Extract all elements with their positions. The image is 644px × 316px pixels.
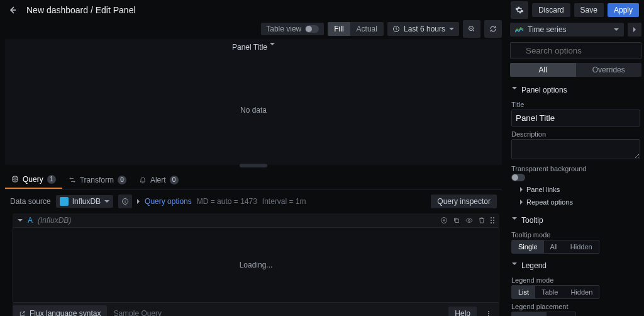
tab-transform[interactable]: Transform 0 xyxy=(62,171,133,189)
visualization-name: Time series xyxy=(528,25,567,34)
query-source: (InfluxDB) xyxy=(38,216,71,225)
back-button[interactable] xyxy=(5,3,20,18)
panel-description-input[interactable] xyxy=(511,139,640,159)
apply-button[interactable]: Apply xyxy=(608,3,639,17)
tab-query[interactable]: Query 1 xyxy=(5,171,62,189)
influxdb-logo-icon xyxy=(60,197,69,206)
time-range-picker[interactable]: Last 6 hours xyxy=(387,22,459,36)
loading-text: Loading... xyxy=(240,261,273,269)
query-delete-button[interactable] xyxy=(478,217,486,224)
legend-hidden[interactable]: Hidden xyxy=(564,286,599,298)
section-tooltip[interactable]: Tooltip xyxy=(511,213,640,227)
refresh-button[interactable] xyxy=(484,20,502,38)
svg-point-7 xyxy=(469,220,470,222)
query-menu-button[interactable] xyxy=(482,307,496,316)
tab-alert-label: Alert xyxy=(150,176,166,184)
transparent-bg-label: Transparent background xyxy=(511,165,640,172)
chevron-right-icon xyxy=(520,187,523,192)
chevron-right-icon xyxy=(137,199,140,204)
interval-info: Interval = 1m xyxy=(262,197,306,206)
settings-button[interactable] xyxy=(511,1,528,19)
section-legend[interactable]: Legend xyxy=(511,259,640,273)
query-toggle-visibility-button[interactable] xyxy=(465,217,473,224)
chevron-down-icon xyxy=(270,43,275,45)
no-data-text: No data xyxy=(240,106,267,115)
panel-preview: Panel Title No data xyxy=(5,39,502,165)
chevron-down-icon xyxy=(512,262,517,269)
tab-query-count: 1 xyxy=(47,175,56,184)
md-info: MD = auto = 1473 xyxy=(197,197,257,206)
table-view-label: Table view xyxy=(266,25,301,33)
panel-title-input[interactable] xyxy=(511,110,640,127)
external-link-icon xyxy=(19,310,26,317)
copy-icon xyxy=(453,217,460,224)
actual-option[interactable]: Actual xyxy=(350,22,384,36)
tab-alert-count: 0 xyxy=(170,176,179,184)
tooltip-hidden[interactable]: Hidden xyxy=(564,240,599,253)
arrow-left-icon xyxy=(8,5,18,15)
panel-title[interactable]: Panel Title xyxy=(5,39,502,55)
table-view-toggle[interactable]: Table view xyxy=(261,23,324,35)
chevron-down-icon xyxy=(104,200,109,203)
chevron-down-icon xyxy=(512,217,517,223)
help-button[interactable]: Help xyxy=(448,307,477,316)
tooltip-single[interactable]: Single xyxy=(512,240,544,253)
svg-point-2 xyxy=(13,176,18,178)
query-letter[interactable]: A xyxy=(28,216,33,225)
section-tooltip-label: Tooltip xyxy=(521,216,543,225)
collapse-query-button[interactable] xyxy=(18,219,23,222)
plus-circle-icon xyxy=(440,217,448,224)
legend-list[interactable]: List xyxy=(512,286,535,298)
panel-title-text: Panel Title xyxy=(232,43,267,52)
sample-query-tab[interactable]: Sample Query xyxy=(107,305,168,316)
panel-links-label: Panel links xyxy=(526,186,560,193)
tooltip-mode-label: Tooltip mode xyxy=(511,231,640,239)
query-editor[interactable]: Loading... xyxy=(13,227,499,303)
chevron-right-icon xyxy=(520,200,523,205)
time-series-icon xyxy=(515,26,524,33)
query-inspector-button[interactable]: Query inspector xyxy=(431,195,497,208)
database-icon xyxy=(11,176,19,183)
visualization-picker[interactable]: Time series xyxy=(510,23,624,37)
tooltip-all[interactable]: All xyxy=(544,240,564,253)
panel-collapse-button[interactable] xyxy=(628,23,641,37)
transparent-bg-toggle[interactable] xyxy=(511,174,525,181)
time-range-label: Last 6 hours xyxy=(404,25,445,33)
section-panel-options-label: Panel options xyxy=(521,86,567,94)
save-button[interactable]: Save xyxy=(574,3,604,17)
tab-transform-count: 0 xyxy=(118,176,126,184)
datasource-label: Data source xyxy=(10,197,51,206)
panel-body: No data xyxy=(5,55,502,165)
legend-mode-label: Legend mode xyxy=(511,276,640,284)
tab-alert[interactable]: Alert 0 xyxy=(133,171,185,189)
flux-syntax-tab[interactable]: Flux language syntax xyxy=(13,305,107,316)
tab-transform-label: Transform xyxy=(80,176,114,184)
chevron-down-icon xyxy=(512,87,517,93)
toggle-icon xyxy=(305,25,319,33)
datasource-name: InfluxDB xyxy=(72,197,101,206)
discard-button[interactable]: Discard xyxy=(532,3,570,17)
search-options-input[interactable] xyxy=(510,42,641,59)
legend-bottom[interactable]: Bottom xyxy=(512,312,547,316)
repeat-options-section[interactable]: Repeat options xyxy=(520,196,640,208)
query-duplicate-button[interactable] xyxy=(440,217,448,224)
query-options-link[interactable]: Query options xyxy=(145,197,192,206)
tab-overrides[interactable]: Overrides xyxy=(576,63,642,77)
drag-handle-icon[interactable] xyxy=(491,217,494,223)
panel-links-section[interactable]: Panel links xyxy=(520,183,640,196)
section-panel-options[interactable]: Panel options xyxy=(511,83,640,97)
legend-table[interactable]: Table xyxy=(535,286,564,298)
resize-handle[interactable] xyxy=(240,164,267,167)
datasource-picker[interactable]: InfluxDB xyxy=(56,195,113,208)
description-field-label: Description xyxy=(511,130,640,138)
clock-icon xyxy=(392,25,400,33)
zoom-out-icon xyxy=(468,25,475,33)
legend-right[interactable]: Right xyxy=(547,312,575,316)
zoom-out-button[interactable] xyxy=(463,20,480,38)
flux-syntax-label: Flux language syntax xyxy=(30,309,101,316)
query-copy-button[interactable] xyxy=(453,217,460,224)
datasource-help-button[interactable] xyxy=(118,195,132,208)
fill-option[interactable]: Fill xyxy=(328,22,350,36)
section-legend-label: Legend xyxy=(521,261,547,270)
tab-all[interactable]: All xyxy=(510,63,576,77)
